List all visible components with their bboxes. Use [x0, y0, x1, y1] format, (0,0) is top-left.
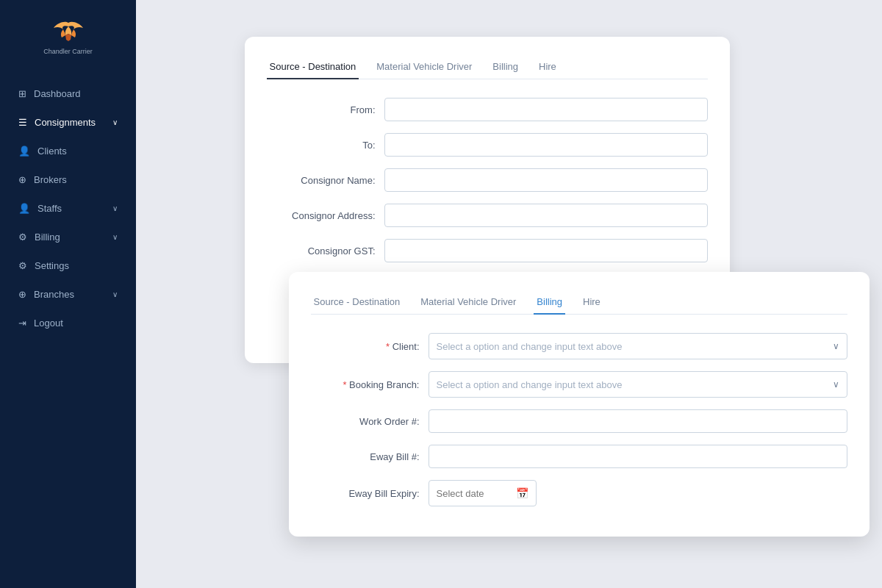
- select-client-placeholder: Select a option and change input text ab…: [437, 341, 623, 352]
- label-from: From:: [267, 104, 384, 115]
- sidebar-item-label: Branches: [34, 289, 74, 300]
- label-eway-expiry: Eway Bill Expiry:: [311, 488, 429, 499]
- input-consignor-gst[interactable]: [384, 239, 708, 262]
- billing-icon: ⚙: [18, 232, 27, 243]
- form-row-to: To:: [267, 133, 708, 157]
- sidebar-logo: Chandler Carrier: [39, 15, 98, 59]
- sidebar-item-billing[interactable]: ⚙ Billing ∨: [7, 224, 129, 250]
- tab-hire-fg[interactable]: Hire: [580, 290, 603, 315]
- label-to: To:: [267, 140, 384, 151]
- sidebar-item-label: Brokers: [34, 174, 67, 185]
- select-client[interactable]: Select a option and change input text ab…: [429, 333, 847, 359]
- chevron-down-icon: ∨: [112, 118, 118, 126]
- form-row-consignor-name: Consignor Name:: [267, 168, 708, 192]
- form-row-eway-expiry: Eway Bill Expiry: 📅: [311, 480, 847, 506]
- chevron-down-icon: ∨: [112, 290, 118, 298]
- chevron-down-icon: ∨: [112, 204, 118, 212]
- input-consignor-address[interactable]: [384, 204, 708, 227]
- form-row-from: From:: [267, 98, 708, 121]
- card-billing: Source - Destination Material Vehicle Dr…: [289, 272, 870, 537]
- sidebar-item-logout[interactable]: ⇥ Logout: [7, 310, 129, 336]
- logout-icon: ⇥: [18, 318, 26, 329]
- cards-container: Source - Destination Material Vehicle Dr…: [245, 37, 774, 551]
- sidebar-item-label: Dashboard: [34, 88, 81, 99]
- form-row-booking-branch: Booking Branch: Select a option and chan…: [311, 371, 847, 398]
- sidebar-item-consignments[interactable]: ☰ Consignments ∨: [7, 110, 129, 135]
- sidebar-item-label: Logout: [34, 318, 63, 329]
- tab-billing-bg[interactable]: Billing: [490, 55, 521, 79]
- logo-text: Chandler Carrier: [43, 48, 93, 55]
- sidebar-item-clients[interactable]: 👤 Clients: [7, 138, 129, 164]
- label-work-order: Work Order #:: [311, 416, 429, 427]
- brokers-icon: ⊕: [18, 174, 26, 185]
- tab-hire-bg[interactable]: Hire: [536, 55, 559, 79]
- label-eway-bill: Eway Bill #:: [311, 451, 429, 462]
- tabs-fg: Source - Destination Material Vehicle Dr…: [311, 290, 847, 315]
- form-row-consignor-gst: Consignor GST:: [267, 239, 708, 262]
- tab-material-bg[interactable]: Material Vehicle Driver: [373, 55, 475, 79]
- label-booking-branch: Booking Branch:: [311, 379, 429, 390]
- select-booking-branch[interactable]: Select a option and change input text ab…: [429, 371, 847, 398]
- chevron-down-icon: ∨: [112, 233, 118, 241]
- sidebar-item-settings[interactable]: ⚙ Settings: [7, 253, 129, 279]
- input-consignor-name[interactable]: [384, 168, 708, 192]
- sidebar-item-branches[interactable]: ⊕ Branches ∨: [7, 282, 129, 307]
- select-booking-branch-placeholder: Select a option and change input text ab…: [437, 379, 623, 390]
- settings-icon: ⚙: [18, 260, 27, 271]
- form-row-client: Client: Select a option and change input…: [311, 333, 847, 359]
- sidebar-item-label: Clients: [37, 146, 67, 157]
- form-row-consignor-address: Consignor Address:: [267, 204, 708, 227]
- main-content: Source - Destination Material Vehicle Dr…: [136, 0, 882, 588]
- logo-icon: [50, 19, 87, 45]
- tab-billing-fg[interactable]: Billing: [534, 290, 565, 315]
- input-to[interactable]: [384, 133, 708, 157]
- sidebar-item-dashboard[interactable]: ⊞ Dashboard: [7, 81, 129, 107]
- form-row-work-order: Work Order #:: [311, 409, 847, 433]
- tab-material-fg[interactable]: Material Vehicle Driver: [417, 290, 519, 315]
- clients-icon: 👤: [18, 146, 30, 157]
- chevron-down-icon: ∨: [833, 379, 839, 390]
- form-row-eway-bill: Eway Bill #:: [311, 445, 847, 468]
- input-from[interactable]: [384, 98, 708, 121]
- sidebar-item-label: Settings: [35, 260, 69, 271]
- date-picker-eway-expiry[interactable]: 📅: [429, 480, 537, 506]
- input-eway-bill[interactable]: [429, 445, 847, 468]
- tabs-bg: Source - Destination Material Vehicle Dr…: [267, 55, 708, 79]
- label-consignor-gst: Consignor GST:: [267, 245, 384, 257]
- dashboard-icon: ⊞: [18, 88, 26, 99]
- sidebar-item-label: Consignments: [35, 117, 96, 128]
- label-client: Client:: [311, 341, 429, 352]
- sidebar-navigation: ⊞ Dashboard ☰ Consignments ∨ 👤 Clients ⊕…: [0, 81, 136, 339]
- label-consignor-address: Consignor Address:: [267, 210, 384, 221]
- sidebar: Chandler Carrier ⊞ Dashboard ☰ Consignme…: [0, 0, 136, 588]
- staffs-icon: 👤: [18, 203, 30, 214]
- branches-icon: ⊕: [18, 289, 26, 300]
- label-consignor-name: Consignor Name:: [267, 175, 384, 186]
- tab-source-destination-fg[interactable]: Source - Destination: [311, 290, 404, 315]
- sidebar-item-staffs[interactable]: 👤 Staffs ∨: [7, 196, 129, 221]
- calendar-icon: 📅: [516, 487, 528, 499]
- sidebar-item-brokers[interactable]: ⊕ Brokers: [7, 167, 129, 193]
- consignments-icon: ☰: [18, 117, 27, 128]
- sidebar-item-label: Staffs: [37, 203, 62, 214]
- sidebar-item-label: Billing: [35, 232, 60, 243]
- date-input-field[interactable]: [437, 488, 510, 499]
- chevron-down-icon: ∨: [833, 341, 839, 351]
- tab-source-destination-bg[interactable]: Source - Destination: [267, 55, 359, 79]
- input-work-order[interactable]: [429, 409, 847, 433]
